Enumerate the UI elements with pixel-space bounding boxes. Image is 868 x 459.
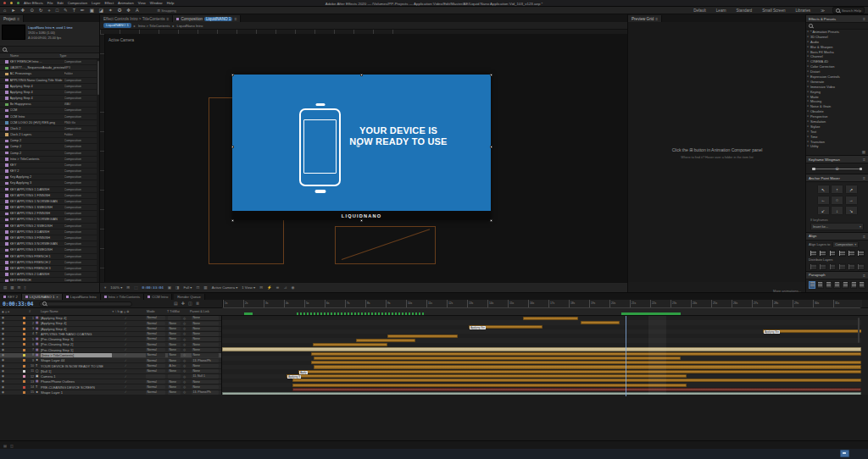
eye-icon[interactable]: ◉ bbox=[2, 353, 4, 357]
project-item-row[interactable]: Comp 2 Composition bbox=[0, 151, 99, 157]
label-color-chip[interactable] bbox=[23, 328, 25, 330]
layer-duration-bar[interactable] bbox=[313, 343, 387, 346]
mode-dropdown[interactable]: Normal bbox=[146, 322, 165, 325]
parent-pickwhip-icon[interactable]: ◎ bbox=[183, 353, 186, 357]
panel-menu-icon[interactable]: ≡ bbox=[167, 16, 170, 21]
layer-switches[interactable]: ∕ bbox=[125, 353, 126, 357]
project-columns[interactable]: Name Type bbox=[0, 53, 99, 59]
layer-switches[interactable]: ∕ bbox=[125, 327, 126, 330]
delete-icon[interactable]: ▯ bbox=[24, 285, 25, 290]
trkmat-dropdown[interactable]: None bbox=[168, 348, 181, 351]
paragraph-justify-all-icon[interactable] bbox=[859, 281, 865, 289]
parent-dropdown[interactable]: 11. Null 1 bbox=[192, 374, 219, 378]
layer-name[interactable]: PRE-CLEANING DEVICE SCREEN bbox=[41, 385, 110, 390]
distribute-left-icon[interactable] bbox=[838, 263, 846, 270]
project-item-row[interactable]: KEY FRENCH Intro ... Composition bbox=[0, 59, 99, 65]
eraser-tool[interactable]: ◪ bbox=[99, 7, 103, 14]
timeline-tab[interactable]: CCM Intro bbox=[144, 294, 172, 300]
effects-search-input[interactable] bbox=[806, 23, 868, 30]
new-animation-preset-icon[interactable]: ▦ bbox=[862, 150, 865, 154]
pixel-aspect-icon[interactable]: ⊟ bbox=[259, 285, 263, 290]
project-item-row[interactable]: KEY APPLYING 1 SWEDISH Composition bbox=[0, 205, 99, 211]
label-color-chip[interactable] bbox=[23, 359, 25, 362]
paragraph-justify-last-left-icon[interactable] bbox=[833, 281, 840, 289]
layer-name[interactable]: [Null 1] bbox=[41, 369, 110, 373]
project-item-row[interactable]: Applying Step 4 Composition bbox=[0, 96, 99, 102]
toggle-switches-icon[interactable]: ▤ bbox=[3, 444, 7, 448]
layer-name[interactable]: [Pre-Cleaning Step 3] bbox=[41, 337, 110, 341]
composition-viewer[interactable]: Active Camera YOUR DEVICE IS NOW READY T… bbox=[100, 34, 627, 282]
panel-menu-icon[interactable]: ≡ bbox=[863, 234, 865, 239]
project-item-row[interactable]: APPLYING Nano Coating Title Slide Compos… bbox=[0, 78, 99, 84]
mode-header[interactable]: Mode bbox=[147, 310, 155, 313]
parent-pickwhip-icon[interactable]: ◎ bbox=[183, 317, 186, 320]
mode-dropdown[interactable]: Normal bbox=[146, 348, 165, 351]
keyframe-wingman-slider[interactable]: ⊖ bbox=[806, 163, 868, 174]
panel-menu-icon[interactable]: ≡ bbox=[234, 16, 236, 21]
menu-item[interactable]: Composition bbox=[68, 1, 87, 5]
project-item-row[interactable]: Be Happyness WAV bbox=[0, 102, 99, 108]
project-item-row[interactable]: CCM Composition bbox=[0, 108, 99, 113]
paragraph-align-right-icon[interactable] bbox=[826, 281, 832, 289]
paragraph-header[interactable]: Paragraph≡ bbox=[806, 271, 868, 279]
panel-menu-icon[interactable]: ≡ bbox=[863, 16, 865, 21]
project-item-row[interactable]: AC Freezeings Folder bbox=[0, 71, 99, 77]
label-color-chip[interactable] bbox=[23, 338, 25, 340]
grid-guides-icon[interactable]: ⊞ bbox=[126, 285, 130, 290]
mode-dropdown[interactable]: Normal bbox=[146, 332, 165, 335]
puppet-pin-tool[interactable]: ✪ bbox=[118, 7, 122, 14]
project-search-input[interactable] bbox=[0, 47, 99, 53]
mode-dropdown[interactable]: Normal bbox=[146, 316, 165, 319]
selection-handle[interactable] bbox=[231, 146, 234, 148]
layer-name-header[interactable]: Layer Name bbox=[41, 310, 58, 313]
layer-name[interactable]: [Applying Step 4] bbox=[41, 321, 110, 325]
label-color-chip[interactable] bbox=[23, 343, 25, 346]
flowchart-icon[interactable]: ⊿ bbox=[284, 285, 287, 290]
project-item-row[interactable]: Clock 2 Layers Folder bbox=[0, 132, 99, 138]
parent-dropdown[interactable]: None bbox=[192, 353, 219, 357]
project-item-row[interactable]: KEY APPLYING 3 FINNISH Composition bbox=[0, 235, 99, 241]
anchor-direction-button[interactable]: → bbox=[845, 196, 858, 205]
project-item-row[interactable]: KEY APPLYING 1 NORWEGIAN Composition bbox=[0, 199, 99, 205]
parent-pickwhip-icon[interactable]: ◎ bbox=[183, 390, 186, 394]
parent-pickwhip-icon[interactable]: ◎ bbox=[183, 343, 186, 346]
eye-icon[interactable]: ◉ bbox=[2, 327, 4, 331]
slider-handle-left[interactable] bbox=[812, 168, 815, 171]
eye-icon[interactable]: ◉ bbox=[2, 364, 4, 368]
workspace-tab[interactable]: Standard bbox=[734, 8, 755, 13]
layer-switches[interactable]: ∕ bbox=[125, 317, 126, 320]
tab-render-queue[interactable]: Render Queue bbox=[174, 294, 204, 300]
layer-duration-bar[interactable] bbox=[356, 339, 415, 342]
menu-item[interactable]: Window bbox=[150, 1, 163, 5]
layer-name[interactable]: Phone/Phone Outlines bbox=[41, 379, 110, 384]
trkmat-dropdown[interactable]: A.Inv bbox=[168, 364, 181, 368]
menu-item[interactable]: View bbox=[138, 1, 146, 5]
anchor-direction-button[interactable]: ← bbox=[817, 196, 830, 205]
eye-icon[interactable]: ◉ bbox=[2, 374, 4, 379]
layer-duration-bar[interactable] bbox=[387, 335, 458, 338]
selection-tool[interactable]: ► bbox=[11, 7, 15, 14]
anchor-direction-button[interactable]: ↗ bbox=[845, 185, 858, 194]
new-folder-icon[interactable]: ▦ bbox=[10, 285, 14, 290]
layer-duration-bar[interactable] bbox=[581, 321, 620, 324]
timeline-scrollbar[interactable] bbox=[858, 318, 860, 343]
trkmat-dropdown[interactable] bbox=[168, 316, 181, 319]
mode-dropdown[interactable]: Normal bbox=[146, 380, 165, 384]
layer-name[interactable]: [Applying Step 4] bbox=[41, 316, 110, 320]
hand-tool[interactable]: ✚ bbox=[21, 7, 25, 14]
parent-pickwhip-icon[interactable]: ◎ bbox=[183, 375, 186, 379]
parent-dropdown[interactable]: None bbox=[192, 348, 219, 351]
workspace-tab[interactable]: Default bbox=[691, 8, 709, 13]
menu-item[interactable]: Effect bbox=[104, 1, 114, 5]
parent-dropdown[interactable]: None bbox=[192, 369, 219, 373]
home-tool[interactable]: ⌂ bbox=[3, 7, 6, 14]
parent-dropdown[interactable]: None bbox=[192, 337, 219, 340]
project-item-row[interactable]: Comp 2 Composition bbox=[0, 138, 99, 144]
distribute-right-icon[interactable] bbox=[857, 263, 865, 270]
zoom-tool[interactable]: ⊙ bbox=[30, 7, 34, 14]
label-color-chip[interactable] bbox=[23, 317, 25, 319]
timeline-track-area[interactable]: Applying Ste Applying Ste bbox=[222, 316, 861, 396]
breadcrumb-current[interactable]: LiquidNANO 1 bbox=[103, 23, 131, 28]
project-item-row[interactable]: KEY APPLYING 1 DANISH Composition bbox=[0, 187, 99, 193]
eye-icon[interactable]: ◉ bbox=[2, 321, 4, 325]
